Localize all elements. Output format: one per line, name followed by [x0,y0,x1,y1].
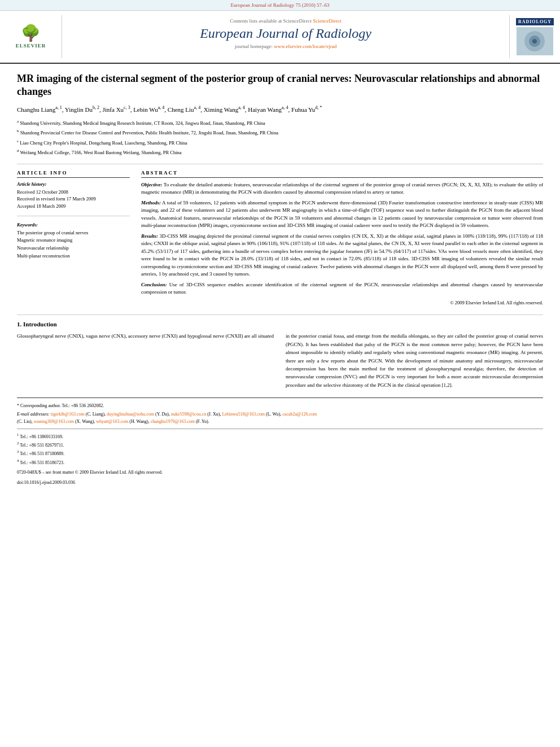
abstract-conclusion: Conclusion: Use of 3D-CISS sequence enab… [141,281,543,296]
copyright-line: © 2009 Elsevier Ireland Ltd. All rights … [141,299,543,307]
article-history-block: Article history: Received 12 October 200… [17,181,130,210]
star-note: * Corresponding author. Tel.: +86 536 26… [17,403,543,410]
homepage-link[interactable]: www.elsevier.com/locate/ejrad [274,43,336,49]
intro-col-left: Glossopharyngeal nerve (CNIX), vagus ner… [17,332,274,389]
section1-number: 1. [17,321,21,327]
footer-notes: * Corresponding author. Tel.: +86 536 26… [17,397,543,487]
article-content: MR imaging of the cisternal segment of t… [0,64,560,498]
radiology-logo: RADIOLOGY [509,15,560,58]
article-info-col: ARTICLE INFO Article history: Received 1… [17,170,130,307]
abstract-methods: Methods: A total of 59 volunteers, 12 pa… [141,199,543,230]
conclusion-label: Conclusion: [141,282,167,287]
page-wrapper: European Journal of Radiology 75 (2010) … [0,0,560,747]
methods-text: A total of 59 volunteers, 12 patients wi… [141,200,543,229]
email-wuning[interactable]: wuning369@163.com [34,419,74,424]
info-abstract-section: ARTICLE INFO Article history: Received 1… [17,170,543,307]
email-whyatt[interactable]: whyatt@163.com [96,419,128,424]
elsevier-tree-icon: 🌳 [21,25,41,41]
affil-a: a Shandong University, Shandong Medical … [17,119,543,127]
footnote-refs: 1 Tel.: +86 13869133169. 2 Tel.: +86 531… [17,429,543,467]
email-line: E-mail addresses: tigerklh@163.com (C. L… [17,411,543,426]
history-label: Article history: [17,181,130,187]
accepted-date: Accepted 18 March 2009 [17,203,130,210]
homepage-label: journal homepage: [235,43,274,49]
section1-name: Introduction [23,321,57,327]
journal-header: 🌳 ELSEVIER Contents lists available at S… [0,11,560,64]
keywords-block: Keywords: The posterior group of cranial… [17,222,130,260]
results-text: 3D-CISS MR imaging depicted the proximal… [141,233,543,277]
doi-line: doi:10.1016/j.ejrad.2009.03.036 [17,479,543,487]
conclusion-text: Use of 3D-CISS sequence enables accurate… [141,282,543,295]
keyword-1: The posterior group of cranial nerves [17,229,130,237]
authors-line: Changhu Lianga, 1, Yinglin Dub, 2, Jinfa… [17,104,543,114]
divider-info [17,216,130,216]
footnote-3: 3 Tel.: +86 531 87180889. [17,449,543,457]
results-label: Results: [141,233,158,239]
keywords-label: Keywords: [17,222,130,228]
keyword-4: Multi-planar reconstruction [17,252,130,260]
keyword-3: Neurovascular relationship [17,244,130,252]
email-nuke[interactable]: nuke5598@icou.cn [171,412,206,417]
abstract-text: Objective: To evaluate the detailed anat… [141,181,543,307]
email-tigerklh[interactable]: tigerklh@163.com [51,412,85,417]
sciencedirect-text: Contents lists available at ScienceDirec… [230,18,312,24]
keyword-2: Magnetic resonance imaging [17,237,130,244]
svg-point-3 [532,39,537,43]
abstract-col: ABSTRACT Objective: To evaluate the deta… [141,170,543,307]
keywords-list: The posterior group of cranial nerves Ma… [17,229,130,260]
email-label: E-mail addresses: [17,412,50,417]
elsevier-logo: 🌳 ELSEVIER [0,15,62,58]
email-changhu[interactable]: changhu1970@163.com [151,419,195,424]
intro-col-right: in the posterior cranial fossa, and emer… [286,332,543,389]
objective-label: Objective: [141,182,162,187]
affil-d: d Weifang Medical College, 7166, West Ro… [17,148,543,156]
sciencedirect-line: Contents lists available at ScienceDirec… [73,18,498,24]
section1-title: 1. Introduction [17,321,543,327]
divider-1 [17,164,543,164]
intro-columns: Glossopharyngeal nerve (CNIX), vagus ner… [17,332,543,389]
footnote-4: 4 Tel.: +86 531 85186723. [17,458,543,466]
abstract-results: Results: 3D-CISS MR imaging depicted the… [141,233,543,278]
email-cacab[interactable]: cacab2a@126.com [282,412,317,417]
methods-label: Methods: [141,200,161,206]
journal-title: European Journal of Radiology [73,26,498,41]
radiology-label: RADIOLOGY [516,18,554,25]
abstract-objective: Objective: To evaluate the detailed anat… [141,181,543,196]
revised-date: Received in revised form 17 March 2009 [17,195,130,203]
sciencedirect-link[interactable]: ScienceDirect [313,18,341,24]
email-lebin[interactable]: Lebinwu518@163.com [222,412,265,417]
radiology-image [517,27,553,55]
journal-center: Contents lists available at ScienceDirec… [62,15,509,58]
article-title: MR imaging of the cisternal segment of t… [17,72,543,99]
article-info-heading: ARTICLE INFO [17,170,130,178]
affiliations: a Shandong University, Shandong Medical … [17,119,543,157]
affil-c: c Liao Cheng City People's Hospital, Don… [17,138,543,147]
intro-text-right: in the posterior cranial fossa, and emer… [286,332,543,389]
intro-text-left: Glossopharyngeal nerve (CNIX), vagus ner… [17,332,274,340]
objective-text: To evaluate the detailed anatomic featur… [141,182,543,195]
top-header: European Journal of Radiology 75 (2010) … [0,0,560,11]
abstract-heading: ABSTRACT [141,170,543,178]
license-line: 0720-048X/$ – see front matter © 2009 El… [17,469,543,477]
received-date: Received 12 October 2008 [17,189,130,196]
journal-citation: European Journal of Radiology 75 (2010) … [231,2,330,8]
journal-homepage: journal homepage: www.elsevier.com/locat… [73,43,498,49]
elsevier-text: ELSEVIER [16,43,46,49]
email-duyinglin[interactable]: duyinglinzhua@sohu.com [107,412,154,417]
footnote-1: 1 Tel.: +86 13869133169. [17,432,543,440]
footnote-2: 2 Tel.: +86 531 82679711. [17,440,543,449]
affil-b: b Shandong Provincial Center for Disease… [17,128,543,137]
divider-2 [17,314,543,315]
